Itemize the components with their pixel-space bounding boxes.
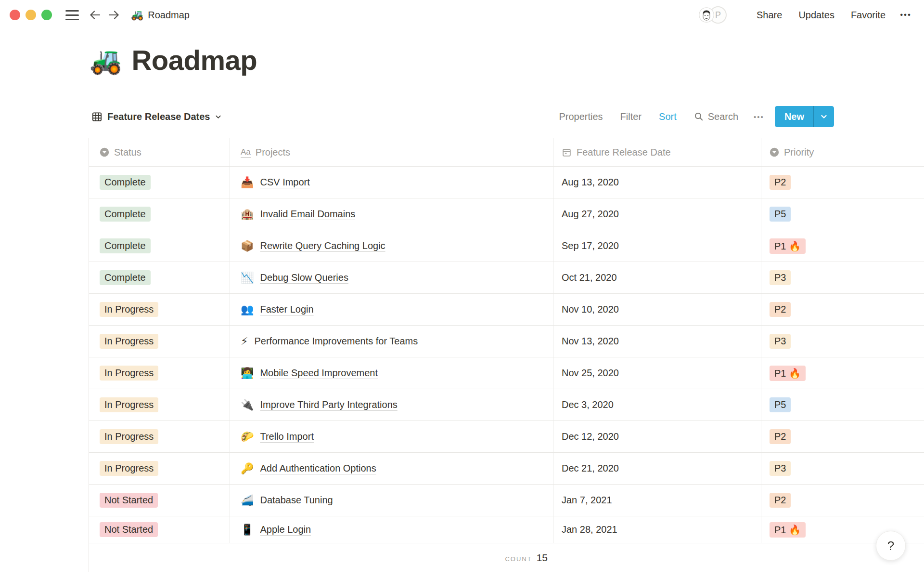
date-value[interactable]: Sep 17, 2020: [562, 240, 619, 251]
priority-badge[interactable]: P2: [770, 175, 791, 190]
date-value[interactable]: Jan 28, 2021: [562, 524, 617, 535]
filter-button[interactable]: Filter: [620, 111, 642, 122]
search-label: Search: [708, 111, 738, 122]
project-link[interactable]: Rewrite Query Caching Logic: [260, 240, 385, 251]
priority-badge[interactable]: P5: [770, 397, 791, 412]
table-view-icon: [91, 111, 103, 122]
new-button[interactable]: New: [775, 106, 834, 127]
date-value[interactable]: Dec 12, 2020: [562, 431, 619, 442]
status-badge[interactable]: In Progress: [100, 397, 158, 412]
status-badge[interactable]: In Progress: [100, 461, 158, 476]
table-row[interactable]: Not Started 📱 Apple Login Jan 28, 2021 P…: [89, 516, 924, 543]
column-header-date[interactable]: Feature Release Date: [553, 138, 761, 166]
table-row[interactable]: In Progress 🌮 Trello Import Dec 12, 2020…: [89, 421, 924, 453]
help-button[interactable]: ?: [876, 531, 906, 561]
priority-badge[interactable]: P3: [770, 461, 791, 476]
project-link[interactable]: Faster Login: [260, 304, 313, 315]
table-row[interactable]: In Progress 🔑 Add Authentication Options…: [89, 453, 924, 485]
project-link[interactable]: CSV Import: [260, 177, 309, 188]
collaborator-avatars[interactable]: P: [699, 6, 727, 24]
project-emoji-icon: 📉: [241, 273, 254, 283]
toolbar-more-icon[interactable]: •••: [754, 113, 764, 121]
view-switcher[interactable]: Feature Release Dates: [91, 111, 222, 122]
project-link[interactable]: Trello Import: [260, 431, 314, 442]
user-face-icon: [699, 7, 714, 23]
priority-badge[interactable]: P3: [770, 334, 791, 349]
search-button[interactable]: Search: [694, 111, 738, 122]
priority-badge[interactable]: P1 🔥: [770, 238, 806, 254]
project-link[interactable]: Debug Slow Queries: [260, 272, 348, 283]
project-emoji-icon: 👥: [241, 304, 254, 315]
date-value[interactable]: Aug 13, 2020: [562, 177, 619, 188]
back-button[interactable]: [89, 9, 102, 21]
minimize-window-button[interactable]: [26, 10, 36, 20]
favorite-button[interactable]: Favorite: [851, 10, 886, 21]
date-value[interactable]: Dec 21, 2020: [562, 463, 619, 474]
status-badge[interactable]: Complete: [100, 270, 151, 285]
updates-button[interactable]: Updates: [798, 10, 834, 21]
share-button[interactable]: Share: [757, 10, 782, 21]
date-value[interactable]: Nov 25, 2020: [562, 368, 619, 379]
table-row[interactable]: In Progress 👥 Faster Login Nov 10, 2020 …: [89, 294, 924, 326]
forward-button[interactable]: [107, 9, 120, 21]
project-link[interactable]: Add Authentication Options: [260, 463, 376, 474]
project-link[interactable]: Invalid Email Domains: [260, 209, 355, 220]
new-dropdown-button[interactable]: [813, 106, 834, 127]
sort-button[interactable]: Sort: [659, 111, 677, 122]
date-value[interactable]: Oct 21, 2020: [562, 272, 617, 283]
table-row[interactable]: In Progress 🔌 Improve Third Party Integr…: [89, 389, 924, 421]
priority-badge[interactable]: P1 🔥: [770, 522, 806, 538]
close-window-button[interactable]: [10, 10, 20, 20]
status-badge[interactable]: In Progress: [100, 334, 158, 349]
status-badge[interactable]: Complete: [100, 238, 151, 253]
project-emoji-icon: 🚄: [241, 495, 254, 506]
sidebar-toggle-icon[interactable]: [65, 10, 79, 20]
project-link[interactable]: Apple Login: [260, 524, 311, 535]
page-title[interactable]: Roadmap: [131, 41, 257, 79]
priority-badge[interactable]: P3: [770, 270, 791, 285]
priority-badge[interactable]: P5: [770, 207, 791, 222]
table-row[interactable]: Complete 📥 CSV Import Aug 13, 2020 P2: [89, 167, 924, 198]
status-badge[interactable]: In Progress: [100, 366, 158, 381]
arrow-right-icon: [107, 9, 120, 21]
project-link[interactable]: Improve Third Party Integrations: [260, 399, 397, 410]
priority-badge[interactable]: P2: [770, 429, 791, 444]
table-row[interactable]: Complete 📉 Debug Slow Queries Oct 21, 20…: [89, 262, 924, 294]
date-value[interactable]: Nov 13, 2020: [562, 336, 619, 347]
zoom-window-button[interactable]: [41, 10, 52, 20]
table-row[interactable]: In Progress ⚡ Performance Improvements f…: [89, 326, 924, 357]
column-header-status[interactable]: Status: [89, 138, 230, 166]
column-header-priority[interactable]: Priority: [761, 138, 924, 166]
select-property-icon: [770, 147, 779, 157]
column-header-projects[interactable]: Aa Projects: [230, 138, 553, 166]
priority-badge[interactable]: P1 🔥: [770, 366, 806, 381]
project-emoji-icon: ⚡: [241, 336, 248, 347]
status-badge[interactable]: In Progress: [100, 429, 158, 444]
status-badge[interactable]: Complete: [100, 175, 151, 190]
status-badge[interactable]: Not Started: [100, 522, 158, 537]
count-calculation[interactable]: COUNT 15: [89, 552, 553, 564]
breadcrumb[interactable]: 🚜 Roadmap: [131, 9, 190, 21]
properties-button[interactable]: Properties: [559, 111, 603, 122]
table-row[interactable]: Complete 🏨 Invalid Email Domains Aug 27,…: [89, 198, 924, 230]
project-link[interactable]: Performance Improvements for Teams: [254, 336, 418, 347]
priority-badge[interactable]: P2: [770, 493, 791, 508]
priority-badge[interactable]: P2: [770, 302, 791, 317]
table-row[interactable]: Not Started 🚄 Database Tuning Jan 7, 202…: [89, 485, 924, 516]
table-row[interactable]: Complete 📦 Rewrite Query Caching Logic S…: [89, 230, 924, 262]
date-value[interactable]: Jan 7, 2021: [562, 495, 612, 506]
status-badge[interactable]: In Progress: [100, 302, 158, 317]
table-row[interactable]: In Progress 👩‍💻 Mobile Speed Improvement…: [89, 357, 924, 389]
status-badge[interactable]: Complete: [100, 207, 151, 222]
avatar[interactable]: [699, 7, 714, 23]
date-value[interactable]: Nov 10, 2020: [562, 304, 619, 315]
date-value[interactable]: Aug 27, 2020: [562, 209, 619, 220]
page-icon[interactable]: 🚜: [90, 47, 122, 73]
project-link[interactable]: Database Tuning: [260, 495, 333, 506]
status-badge[interactable]: Not Started: [100, 493, 158, 508]
date-value[interactable]: Dec 3, 2020: [562, 399, 614, 410]
project-emoji-icon: 🌮: [241, 432, 254, 442]
more-options-icon[interactable]: •••: [900, 10, 911, 20]
project-link[interactable]: Mobile Speed Improvement: [260, 368, 378, 379]
new-button-label[interactable]: New: [775, 106, 813, 127]
